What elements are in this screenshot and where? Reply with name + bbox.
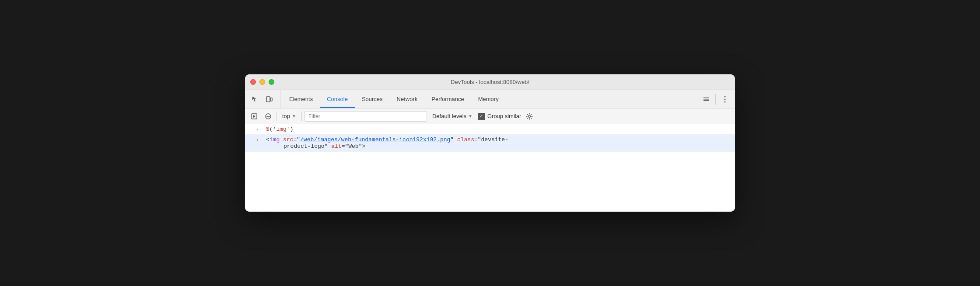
toolbar-icons	[248, 90, 280, 108]
tab-network[interactable]: Network	[390, 90, 425, 108]
console-output-line: ‹ <img src="/web/images/web-fundamentals…	[245, 135, 735, 152]
context-dropdown-arrow: ▼	[292, 114, 296, 119]
main-toolbar: Elements Console Sources Network Perform…	[245, 90, 735, 108]
console-toolbar: top ▼ Default levels ▼ ✓ Group similar	[245, 108, 735, 124]
customize-devtools-button[interactable]	[718, 93, 732, 106]
output-gutter: ‹	[245, 135, 262, 145]
tag-name: img	[270, 136, 280, 143]
devtools-window: DevTools - localhost:8080/web/ Elements	[245, 74, 735, 212]
toolbar-right	[696, 90, 732, 108]
device-toolbar-button[interactable]	[262, 93, 276, 106]
clear-console-button[interactable]	[262, 111, 274, 122]
console-filter-divider	[301, 112, 302, 121]
output-content: <img src="/web/images/web-fundamentals-i…	[262, 135, 735, 151]
context-selector[interactable]: top ▼	[280, 112, 299, 120]
more-tabs-button[interactable]	[700, 93, 713, 106]
svg-rect-1	[270, 98, 272, 101]
console-input-line: › $('img')	[245, 124, 735, 135]
tab-memory[interactable]: Memory	[471, 90, 506, 108]
src-link[interactable]: /web/images/web-fundamentals-icon192x192…	[300, 136, 450, 143]
toolbar-divider	[715, 94, 716, 105]
svg-point-9	[528, 115, 531, 117]
group-similar-checkbox[interactable]: ✓	[478, 113, 485, 120]
tab-console[interactable]: Console	[320, 90, 355, 108]
maximize-button[interactable]	[269, 79, 274, 85]
console-output: › $('img') ‹ <img src="/web/images/web-f…	[245, 124, 735, 212]
tab-elements[interactable]: Elements	[282, 90, 320, 108]
svg-point-4	[724, 101, 726, 102]
input-gutter: ›	[245, 124, 262, 134]
execute-button[interactable]	[248, 111, 260, 122]
tab-performance[interactable]: Performance	[424, 90, 471, 108]
svg-rect-0	[266, 97, 270, 102]
console-settings-button[interactable]	[524, 111, 535, 122]
close-button[interactable]	[250, 79, 256, 85]
window-title: DevTools - localhost:8080/web/	[451, 79, 529, 85]
tab-sources[interactable]: Sources	[355, 90, 390, 108]
input-content: $('img')	[262, 124, 735, 134]
svg-point-3	[724, 98, 726, 100]
tabs: Elements Console Sources Network Perform…	[282, 90, 696, 108]
minimize-button[interactable]	[259, 79, 265, 85]
log-levels-button[interactable]: Default levels ▼	[430, 112, 475, 120]
title-bar: DevTools - localhost:8080/web/	[245, 74, 735, 90]
inspect-element-button[interactable]	[248, 93, 262, 106]
svg-point-2	[724, 96, 726, 97]
group-similar-label[interactable]: ✓ Group similar	[478, 113, 521, 120]
console-toolbar-divider	[276, 112, 277, 121]
traffic-lights	[250, 79, 274, 85]
svg-marker-6	[253, 115, 256, 118]
filter-input[interactable]	[304, 111, 427, 122]
levels-dropdown-arrow: ▼	[468, 114, 472, 119]
